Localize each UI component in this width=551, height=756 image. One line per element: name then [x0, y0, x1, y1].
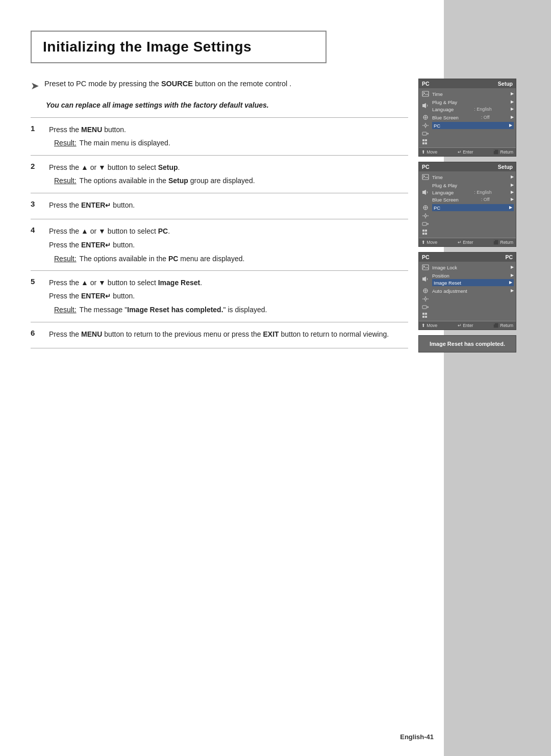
- screen-footer-3: ⬆ Move ↵ Enter ⬛ Return: [419, 321, 516, 330]
- step-body-1: Press the MENU button. Result: The main …: [49, 118, 408, 156]
- picture-icon-1: [421, 90, 430, 97]
- svg-rect-30: [422, 230, 424, 232]
- screen-body-3: Image Lock▶ Position▶: [419, 262, 516, 321]
- svg-point-40: [424, 298, 427, 300]
- bold-note: You can replace all image settings with …: [31, 101, 408, 109]
- input-icon-1: [421, 130, 430, 137]
- step-body-6: Press the MENU button to return to the p…: [49, 322, 408, 348]
- svg-rect-16: [425, 142, 427, 144]
- result-label-4: Result:: [54, 253, 77, 264]
- svg-rect-50: [425, 316, 427, 318]
- screen-header-2: PC Setup: [419, 162, 516, 171]
- title-box: Initializing the Image Settings: [31, 31, 327, 63]
- intro-block: ➤ Preset to PC mode by pressing the SOUR…: [31, 79, 408, 92]
- footer-enter-3: ↵ Enter: [458, 323, 473, 328]
- extra-icon-2: [421, 229, 430, 236]
- setup-icon-1: [421, 122, 430, 129]
- svg-rect-19: [422, 191, 424, 194]
- footer-return-3: ⬛ Return: [493, 323, 513, 328]
- step-row-2: 2 Press the ▲ or ▼ button to select Setu…: [31, 155, 408, 193]
- step-row-1: 1 Press the MENU button. Result: The mai…: [31, 118, 408, 156]
- svg-rect-33: [425, 233, 427, 235]
- input-icon-2: [421, 220, 430, 228]
- screen-body-1: Time▶ Plug & Play▶: [419, 88, 516, 147]
- page-number: English-41: [400, 733, 434, 741]
- svg-rect-2: [422, 104, 424, 107]
- step-body-2: Press the ▲ or ▼ button to select Setup.…: [49, 155, 408, 193]
- intro-text: Preset to PC mode by pressing the SOURCE…: [44, 79, 291, 90]
- step-row-6: 6 Press the MENU button to return to the…: [31, 322, 408, 348]
- channel-icon-2: [421, 204, 430, 211]
- svg-rect-32: [422, 233, 424, 235]
- page-title: Initializing the Image Settings: [43, 39, 314, 55]
- extra-icon-3: [421, 312, 430, 319]
- svg-rect-47: [422, 313, 424, 315]
- channel-icon-3: [421, 287, 430, 294]
- screen-footer-1: ⬆ Move ↵ Enter ⬛ Return: [419, 147, 516, 156]
- extra-icon-1: [421, 138, 430, 145]
- picture-icon-2: [421, 173, 430, 181]
- svg-rect-17: [422, 174, 429, 180]
- picture-icon-3: [421, 264, 430, 271]
- screen-header-left-3: PC: [422, 254, 430, 260]
- screen-header-right-3: PC: [505, 254, 513, 260]
- right-column: PC Setup Time▶: [418, 79, 520, 352]
- arrow-icon: ➤: [31, 80, 39, 92]
- screen-body-2: Time▶ Plug & Play▶: [419, 171, 516, 238]
- footer-move-2: ⬆ Move: [421, 240, 437, 245]
- svg-rect-13: [422, 139, 424, 141]
- screen-header-right-1: Setup: [498, 81, 513, 87]
- step-number-5: 5: [31, 270, 49, 322]
- result-text-1: The main menu is displayed.: [80, 137, 170, 148]
- step-number-3: 3: [31, 193, 49, 219]
- screen-mockup-2: PC Setup Time▶: [418, 162, 516, 247]
- step-body-5: Press the ▲ or ▼ button to select Image …: [49, 270, 408, 322]
- svg-rect-0: [422, 91, 429, 96]
- screen-header-3: PC PC: [419, 253, 516, 262]
- step-row-3: 3 Press the ENTER↵ button.: [31, 193, 408, 219]
- result-text-4: The options available in the PC menu are…: [80, 253, 245, 264]
- step-row-4: 4 Press the ▲ or ▼ button to select PC. …: [31, 219, 408, 271]
- steps-table: 1 Press the MENU button. Result: The mai…: [31, 117, 408, 348]
- svg-rect-11: [422, 132, 427, 135]
- svg-rect-45: [422, 306, 427, 309]
- svg-point-23: [424, 215, 427, 217]
- svg-rect-48: [425, 313, 427, 315]
- setup-icon-3: [421, 295, 430, 303]
- sound-icon-1: [421, 102, 430, 109]
- screen-header-1: PC Setup: [419, 79, 516, 88]
- footer-return-2: ⬛ Return: [493, 240, 513, 245]
- footer-enter-2: ↵ Enter: [458, 240, 473, 245]
- screen-mockup-3: PC PC Image Lock▶: [418, 252, 516, 330]
- screen-mockup-1: PC Setup Time▶: [418, 79, 516, 157]
- result-label-5: Result:: [54, 304, 77, 315]
- setup-icon-2: [421, 212, 430, 219]
- result-text-5: The message "Image Reset has completed."…: [80, 304, 267, 315]
- step-row-5: 5 Press the ▲ or ▼ button to select Imag…: [31, 270, 408, 322]
- step-number-2: 2: [31, 155, 49, 193]
- screen-header-right-2: Setup: [498, 164, 513, 170]
- svg-rect-15: [422, 142, 424, 144]
- footer-enter-1: ↵ Enter: [458, 149, 473, 155]
- screen-header-left-1: PC: [422, 81, 430, 87]
- svg-rect-31: [425, 230, 427, 232]
- svg-rect-28: [422, 222, 427, 225]
- svg-rect-49: [422, 316, 424, 318]
- sound-icon-2: [421, 189, 430, 196]
- footer-move-3: ⬆ Move: [421, 323, 437, 328]
- sound-icon-3: [421, 275, 430, 283]
- footer-move-1: ⬆ Move: [421, 149, 437, 155]
- step-number-4: 4: [31, 219, 49, 271]
- svg-rect-34: [422, 265, 429, 270]
- step-body-3: Press the ENTER↵ button.: [49, 193, 408, 219]
- screen-header-left-2: PC: [422, 164, 430, 170]
- svg-point-6: [424, 124, 427, 127]
- step-body-4: Press the ▲ or ▼ button to select PC. Pr…: [49, 219, 408, 271]
- step-number-6: 6: [31, 322, 49, 348]
- footer-return-1: ⬛ Return: [493, 149, 513, 155]
- result-label-1: Result:: [54, 137, 77, 148]
- reset-complete-box: Image Reset has completed.: [418, 335, 516, 352]
- left-column: ➤ Preset to PC mode by pressing the SOUR…: [31, 79, 408, 352]
- step-number-1: 1: [31, 118, 49, 156]
- reset-complete-text: Image Reset has completed.: [430, 341, 505, 347]
